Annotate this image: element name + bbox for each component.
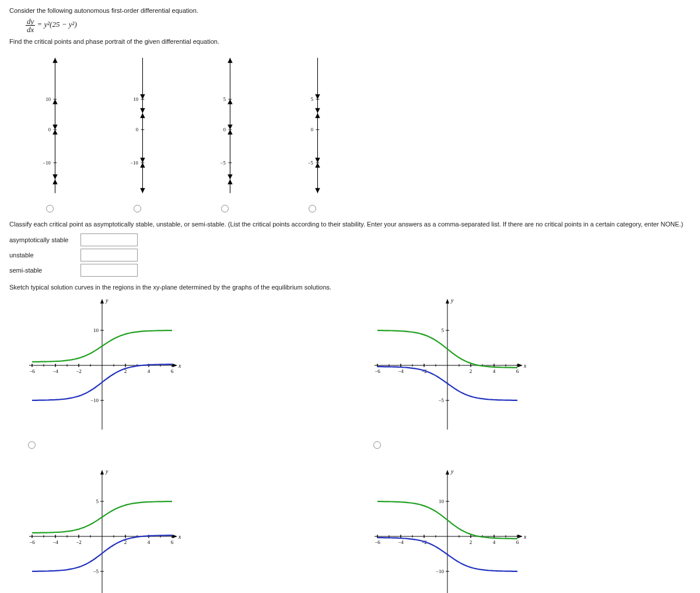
svg-text:y: y [105,297,108,304]
svg-text:10: 10 [46,96,51,102]
svg-marker-73 [315,163,320,168]
svg-marker-67 [315,108,320,113]
svg-text:−5: −5 [308,160,313,166]
svg-marker-69 [315,113,320,118]
svg-text:−4: −4 [398,368,404,374]
svg-text:−6: −6 [374,368,380,374]
svg-text:5: 5 [96,498,99,504]
input-asymp[interactable] [80,233,138,246]
svg-marker-10 [52,99,58,104]
intro-text: Consider the following autonomous first-… [9,7,691,14]
input-semi[interactable] [80,264,138,277]
solution-curve-radio-1[interactable] [28,441,36,449]
phase-portrait-radio-3[interactable] [221,205,229,212]
svg-marker-37 [140,188,145,193]
svg-marker-46 [228,58,233,63]
svg-marker-113 [446,299,449,304]
differential-equation: dy dx = y²(25 − y²) [26,18,691,33]
svg-marker-56 [228,179,233,184]
svg-text:10: 10 [133,96,138,102]
svg-text:x: x [178,362,181,369]
svg-text:y: y [450,297,454,304]
svg-text:−5: −5 [438,397,444,403]
solution-curve-plot-1: xy−6−4−224610−10 [23,295,181,435]
svg-text:−6: −6 [374,539,380,545]
svg-marker-65 [315,95,320,100]
svg-marker-71 [315,158,320,163]
svg-text:−10: −10 [436,568,444,574]
svg-text:10: 10 [439,498,444,504]
label-semi: semi-stable [9,267,80,274]
instruction-sketch: Sketch typical solution curves in the re… [9,284,691,291]
svg-marker-12 [52,125,58,130]
svg-text:2: 2 [470,368,473,374]
phase-portrait-3: 50−5 [198,50,251,201]
svg-text:−4: −4 [52,539,58,545]
svg-text:4: 4 [493,368,496,374]
svg-text:x: x [178,533,181,540]
svg-text:6: 6 [516,368,519,374]
svg-marker-35 [140,163,145,168]
svg-marker-48 [228,99,233,104]
solution-curve-options: xy−6−4−224610−10xy−6−4−22465−5xy−6−4−224… [23,295,691,593]
svg-marker-147 [100,470,104,475]
svg-marker-31 [140,113,145,118]
svg-text:4: 4 [493,539,496,545]
phase-portrait-radio-4[interactable] [309,205,316,212]
svg-text:−4: −4 [52,368,58,374]
svg-marker-111 [518,364,523,367]
svg-marker-75 [315,188,320,193]
input-unstable[interactable] [80,249,138,261]
label-unstable: unstable [9,252,80,259]
phase-portrait-radio-2[interactable] [134,205,141,212]
svg-marker-29 [140,108,145,113]
svg-marker-54 [228,175,233,180]
svg-text:0: 0 [311,127,313,132]
svg-text:6: 6 [171,368,174,374]
svg-text:0: 0 [136,127,138,132]
svg-marker-52 [228,130,233,135]
svg-text:x: x [523,533,526,540]
phase-portrait-4: 50−5 [286,50,338,201]
svg-text:−5: −5 [93,568,99,574]
svg-marker-18 [52,179,58,184]
svg-marker-179 [518,535,523,538]
classify-table: asymptotically stable unstable semi-stab… [9,233,691,277]
svg-text:0: 0 [223,127,226,132]
svg-text:−10: −10 [43,160,51,166]
svg-text:−6: −6 [29,539,35,545]
svg-text:4: 4 [148,368,150,374]
svg-text:x: x [523,362,526,369]
svg-text:6: 6 [171,539,174,545]
svg-marker-77 [173,364,177,367]
svg-text:y: y [105,468,108,475]
phase-portrait-options: 100−10100−1050−550−5 [23,50,691,212]
svg-marker-16 [52,175,58,180]
svg-text:5: 5 [311,96,313,102]
svg-marker-14 [52,130,58,135]
svg-marker-27 [140,95,145,100]
svg-text:−10: −10 [90,397,99,403]
phase-portrait-radio-1[interactable] [46,205,54,212]
solution-curve-plot-3: xy−6−4−22465−5 [23,466,181,593]
svg-text:−2: −2 [76,539,82,545]
solution-curve-radio-2[interactable] [373,441,381,449]
svg-text:10: 10 [93,327,99,333]
svg-text:5: 5 [223,96,226,102]
svg-text:4: 4 [148,539,150,545]
svg-text:−6: −6 [29,368,35,374]
svg-text:−4: −4 [398,539,404,545]
svg-marker-33 [140,158,145,163]
instruction-phase-portrait: Find the critical points and phase portr… [9,38,691,45]
svg-text:−2: −2 [76,368,82,374]
svg-text:6: 6 [516,539,519,545]
svg-text:−10: −10 [131,160,138,166]
svg-text:y: y [450,468,454,475]
svg-marker-181 [446,470,449,475]
phase-portrait-2: 100−10 [111,50,163,201]
svg-marker-8 [52,58,58,63]
svg-text:5: 5 [442,327,444,333]
svg-text:0: 0 [48,127,51,132]
svg-marker-145 [173,535,177,538]
solution-curve-plot-4: xy−6−4−224610−10 [369,466,526,593]
